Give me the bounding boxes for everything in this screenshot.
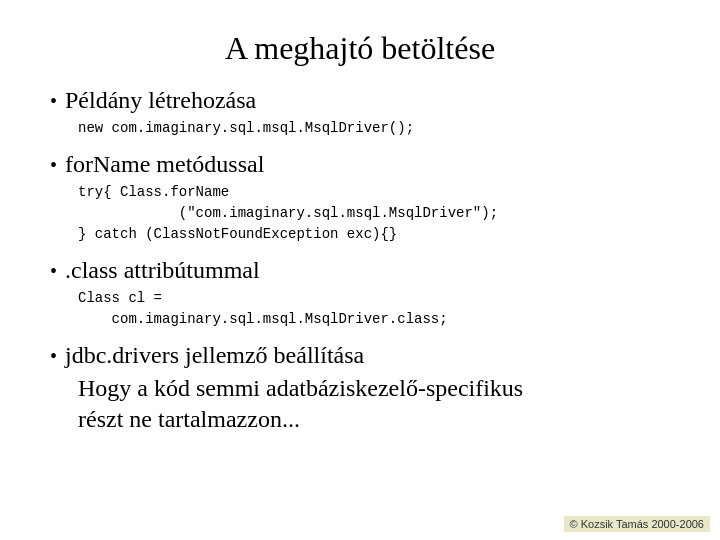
code-block: Class cl = com.imaginary.sql.msql.MsqlDr… (78, 288, 670, 330)
list-item: • jdbc.drivers jellemző beállítása Hogy … (50, 342, 670, 435)
bullet-dot: • (50, 260, 57, 283)
bullet-label: jdbc.drivers jellemző beállítása (65, 342, 364, 369)
bullet-subtext: Hogy a kód semmi adatbáziskezelő-specifi… (78, 373, 670, 435)
bullet-dot: • (50, 345, 57, 368)
list-item: • .class attribútummal Class cl = com.im… (50, 257, 670, 330)
bullet-heading: • .class attribútummal (50, 257, 670, 284)
list-item: • Példány létrehozása new com.imaginary.… (50, 87, 670, 139)
content-list: • Példány létrehozása new com.imaginary.… (50, 87, 670, 435)
bullet-heading: • jdbc.drivers jellemző beállítása (50, 342, 670, 369)
code-block: new com.imaginary.sql.msql.MsqlDriver(); (78, 118, 670, 139)
slide-title: A meghajtó betöltése (50, 30, 670, 67)
code-block: try{ Class.forName ("com.imaginary.sql.m… (78, 182, 670, 245)
bullet-heading: • Példány létrehozása (50, 87, 670, 114)
bullet-dot: • (50, 90, 57, 113)
slide: A meghajtó betöltése • Példány létrehozá… (0, 0, 720, 540)
bullet-dot: • (50, 154, 57, 177)
bullet-label: .class attribútummal (65, 257, 260, 284)
list-item: • forName metódussal try{ Class.forName … (50, 151, 670, 245)
copyright-notice: © Kozsik Tamás 2000-2006 (564, 516, 710, 532)
bullet-label: forName metódussal (65, 151, 264, 178)
bullet-label: Példány létrehozása (65, 87, 256, 114)
bullet-heading: • forName metódussal (50, 151, 670, 178)
